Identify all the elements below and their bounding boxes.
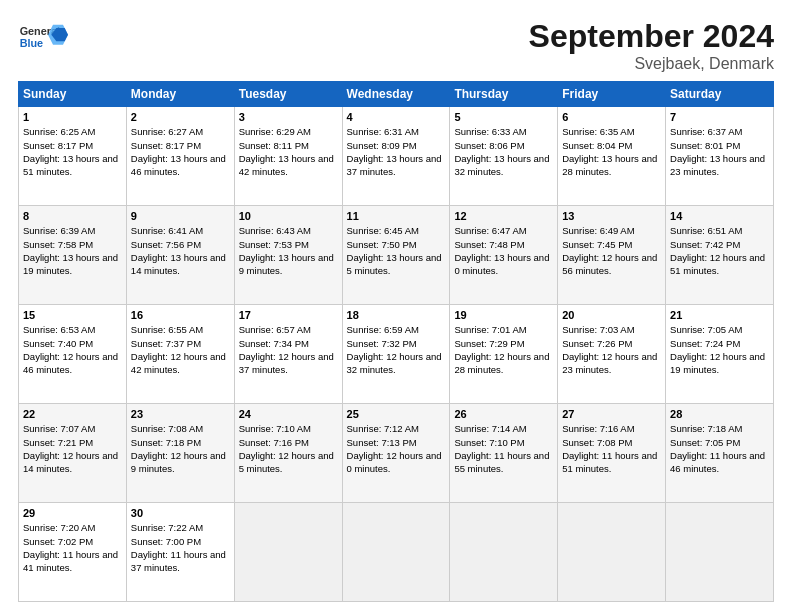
sunrise: Sunrise: 6:49 AM — [562, 224, 661, 237]
page: General Blue September 2024 Svejbaek, De… — [0, 0, 792, 612]
day-number: 16 — [131, 308, 230, 323]
daylight: Daylight: 13 hours and 19 minutes. — [23, 251, 122, 278]
day-23: 23 Sunrise: 7:08 AM Sunset: 7:18 PM Dayl… — [126, 404, 234, 503]
sunrise: Sunrise: 6:31 AM — [347, 125, 446, 138]
sunset: Sunset: 7:45 PM — [562, 238, 661, 251]
col-thursday: Thursday — [450, 82, 558, 107]
day-5: 5 Sunrise: 6:33 AM Sunset: 8:06 PM Dayli… — [450, 107, 558, 206]
month-title: September 2024 — [529, 18, 774, 55]
daylight: Daylight: 12 hours and 5 minutes. — [239, 449, 338, 476]
sunset: Sunset: 7:13 PM — [347, 436, 446, 449]
daylight: Daylight: 13 hours and 51 minutes. — [23, 152, 122, 179]
day-number: 13 — [562, 209, 661, 224]
day-20: 20 Sunrise: 7:03 AM Sunset: 7:26 PM Dayl… — [558, 305, 666, 404]
daylight: Daylight: 13 hours and 0 minutes. — [454, 251, 553, 278]
day-number: 6 — [562, 110, 661, 125]
day-number: 18 — [347, 308, 446, 323]
daylight: Daylight: 12 hours and 0 minutes. — [347, 449, 446, 476]
daylight: Daylight: 13 hours and 23 minutes. — [670, 152, 769, 179]
daylight: Daylight: 11 hours and 51 minutes. — [562, 449, 661, 476]
day-7: 7 Sunrise: 6:37 AM Sunset: 8:01 PM Dayli… — [666, 107, 774, 206]
day-24: 24 Sunrise: 7:10 AM Sunset: 7:16 PM Dayl… — [234, 404, 342, 503]
daylight: Daylight: 13 hours and 5 minutes. — [347, 251, 446, 278]
day-number: 24 — [239, 407, 338, 422]
day-30: 30 Sunrise: 7:22 AM Sunset: 7:00 PM Dayl… — [126, 503, 234, 602]
day-number: 2 — [131, 110, 230, 125]
day-number: 1 — [23, 110, 122, 125]
day-number: 15 — [23, 308, 122, 323]
sunrise: Sunrise: 7:08 AM — [131, 422, 230, 435]
day-number: 29 — [23, 506, 122, 521]
day-11: 11 Sunrise: 6:45 AM Sunset: 7:50 PM Dayl… — [342, 206, 450, 305]
daylight: Daylight: 13 hours and 9 minutes. — [239, 251, 338, 278]
header-row: Sunday Monday Tuesday Wednesday Thursday… — [19, 82, 774, 107]
daylight: Daylight: 11 hours and 41 minutes. — [23, 548, 122, 575]
sunset: Sunset: 7:34 PM — [239, 337, 338, 350]
empty-cell-2 — [342, 503, 450, 602]
sunrise: Sunrise: 6:57 AM — [239, 323, 338, 336]
sunrise: Sunrise: 6:35 AM — [562, 125, 661, 138]
sunrise: Sunrise: 6:45 AM — [347, 224, 446, 237]
day-15: 15 Sunrise: 6:53 AM Sunset: 7:40 PM Dayl… — [19, 305, 127, 404]
day-number: 28 — [670, 407, 769, 422]
day-number: 8 — [23, 209, 122, 224]
sunset: Sunset: 7:50 PM — [347, 238, 446, 251]
day-14: 14 Sunrise: 6:51 AM Sunset: 7:42 PM Dayl… — [666, 206, 774, 305]
col-tuesday: Tuesday — [234, 82, 342, 107]
logo: General Blue — [18, 18, 68, 58]
sunset: Sunset: 8:17 PM — [131, 139, 230, 152]
sunset: Sunset: 7:40 PM — [23, 337, 122, 350]
sunrise: Sunrise: 6:25 AM — [23, 125, 122, 138]
sunrise: Sunrise: 7:05 AM — [670, 323, 769, 336]
day-3: 3 Sunrise: 6:29 AM Sunset: 8:11 PM Dayli… — [234, 107, 342, 206]
week-row-5: 29 Sunrise: 7:20 AM Sunset: 7:02 PM Dayl… — [19, 503, 774, 602]
day-12: 12 Sunrise: 6:47 AM Sunset: 7:48 PM Dayl… — [450, 206, 558, 305]
sunset: Sunset: 7:18 PM — [131, 436, 230, 449]
sunset: Sunset: 8:11 PM — [239, 139, 338, 152]
empty-cell-1 — [234, 503, 342, 602]
daylight: Daylight: 12 hours and 56 minutes. — [562, 251, 661, 278]
sunrise: Sunrise: 6:27 AM — [131, 125, 230, 138]
sunrise: Sunrise: 7:22 AM — [131, 521, 230, 534]
day-28: 28 Sunrise: 7:18 AM Sunset: 7:05 PM Dayl… — [666, 404, 774, 503]
sunrise: Sunrise: 6:53 AM — [23, 323, 122, 336]
sunset: Sunset: 7:48 PM — [454, 238, 553, 251]
sunset: Sunset: 8:09 PM — [347, 139, 446, 152]
sunrise: Sunrise: 6:33 AM — [454, 125, 553, 138]
sunset: Sunset: 7:21 PM — [23, 436, 122, 449]
day-6: 6 Sunrise: 6:35 AM Sunset: 8:04 PM Dayli… — [558, 107, 666, 206]
day-number: 10 — [239, 209, 338, 224]
day-18: 18 Sunrise: 6:59 AM Sunset: 7:32 PM Dayl… — [342, 305, 450, 404]
daylight: Daylight: 12 hours and 9 minutes. — [131, 449, 230, 476]
empty-cell-4 — [558, 503, 666, 602]
daylight: Daylight: 13 hours and 42 minutes. — [239, 152, 338, 179]
daylight: Daylight: 11 hours and 55 minutes. — [454, 449, 553, 476]
empty-cell-3 — [450, 503, 558, 602]
day-number: 14 — [670, 209, 769, 224]
day-number: 22 — [23, 407, 122, 422]
col-monday: Monday — [126, 82, 234, 107]
sunset: Sunset: 7:05 PM — [670, 436, 769, 449]
daylight: Daylight: 12 hours and 51 minutes. — [670, 251, 769, 278]
sunrise: Sunrise: 7:14 AM — [454, 422, 553, 435]
day-10: 10 Sunrise: 6:43 AM Sunset: 7:53 PM Dayl… — [234, 206, 342, 305]
day-number: 4 — [347, 110, 446, 125]
week-row-1: 1 Sunrise: 6:25 AM Sunset: 8:17 PM Dayli… — [19, 107, 774, 206]
sunset: Sunset: 8:04 PM — [562, 139, 661, 152]
day-number: 21 — [670, 308, 769, 323]
sunrise: Sunrise: 7:10 AM — [239, 422, 338, 435]
daylight: Daylight: 12 hours and 46 minutes. — [23, 350, 122, 377]
day-number: 7 — [670, 110, 769, 125]
sunrise: Sunrise: 7:16 AM — [562, 422, 661, 435]
sunset: Sunset: 7:24 PM — [670, 337, 769, 350]
col-saturday: Saturday — [666, 82, 774, 107]
sunset: Sunset: 7:56 PM — [131, 238, 230, 251]
sunset: Sunset: 8:06 PM — [454, 139, 553, 152]
day-number: 27 — [562, 407, 661, 422]
sunrise: Sunrise: 6:47 AM — [454, 224, 553, 237]
sunset: Sunset: 8:01 PM — [670, 139, 769, 152]
sunset: Sunset: 7:53 PM — [239, 238, 338, 251]
col-friday: Friday — [558, 82, 666, 107]
day-4: 4 Sunrise: 6:31 AM Sunset: 8:09 PM Dayli… — [342, 107, 450, 206]
day-9: 9 Sunrise: 6:41 AM Sunset: 7:56 PM Dayli… — [126, 206, 234, 305]
